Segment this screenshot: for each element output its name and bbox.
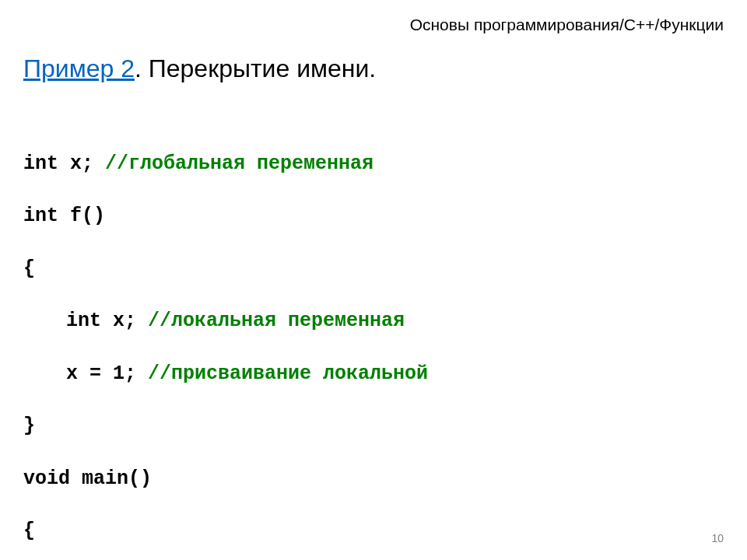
- code-line: void main(): [23, 466, 440, 492]
- code-text: {: [23, 520, 35, 542]
- page-number: 10: [711, 532, 724, 544]
- title-rest: . Перекрытие имени.: [135, 54, 376, 82]
- code-line: int x; //локальная переменная: [23, 308, 440, 334]
- breadcrumb: Основы программирования/С++/Функции: [410, 16, 724, 34]
- code-line: {: [23, 518, 440, 544]
- code-line: {: [23, 256, 440, 282]
- code-text: void main(): [23, 467, 152, 490]
- slide-title: Пример 2. Перекрытие имени.: [23, 54, 376, 83]
- code-line: x = 1; //присваивание локальной: [23, 361, 440, 387]
- code-text: }: [23, 415, 35, 437]
- code-text: int x;: [23, 152, 105, 175]
- code-comment: //локальная переменная: [148, 310, 405, 332]
- code-block: int x; //глобальная переменная int f() {…: [23, 124, 440, 560]
- code-comment: //присваивание локальной: [148, 362, 428, 385]
- code-text: int x;: [66, 310, 148, 332]
- code-comment: //глобальная переменная: [105, 152, 374, 175]
- code-text: int f(): [23, 205, 105, 227]
- code-text: x = 1;: [66, 362, 148, 385]
- code-line: }: [23, 413, 440, 439]
- code-line: int x; //глобальная переменная: [23, 151, 440, 177]
- code-line: int f(): [23, 203, 440, 229]
- code-text: {: [23, 257, 35, 280]
- example-link[interactable]: Пример 2: [23, 54, 135, 82]
